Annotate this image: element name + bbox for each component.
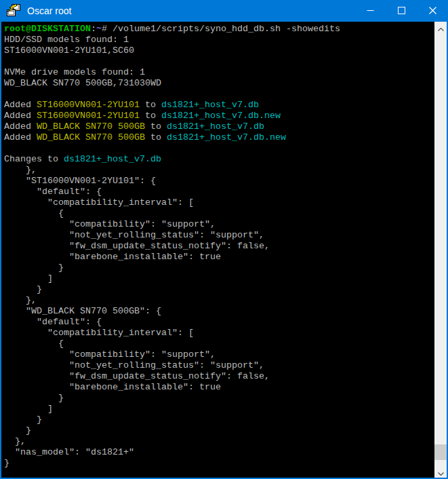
terminal-line: ] (4, 404, 434, 415)
terminal-line: ] (4, 273, 434, 284)
terminal-line: }, (4, 295, 434, 306)
terminal-line (4, 89, 434, 100)
terminal-line: "nas_model": "ds1821+" (4, 447, 434, 458)
terminal-line (4, 143, 434, 154)
terminal-line: } (4, 393, 434, 404)
terminal-line: "ST16000VN001-2YU101": { (4, 176, 434, 187)
scrollbar-thumb[interactable] (434, 444, 447, 460)
terminal-line: { (4, 208, 434, 219)
chevron-down-icon (438, 466, 444, 478)
minimize-icon (367, 5, 374, 17)
terminal-line: { (4, 339, 434, 349)
scroll-down-button[interactable] (434, 466, 447, 478)
terminal-line: "compatibility": "support", (4, 219, 434, 230)
terminal-line: "compatibility_interval": [ (4, 328, 434, 339)
terminal-line: "not_yet_rolling_status": "support", (4, 230, 434, 241)
minimize-button[interactable] (354, 0, 386, 22)
terminal-line: NVMe drive models found: 1 (4, 67, 434, 78)
putty-icon[interactable] (6, 3, 21, 18)
terminal-line: Added ST16000VN001-2YU101 to ds1821+_hos… (4, 111, 434, 121)
terminal-line: "barebone_installable": true (4, 382, 434, 393)
terminal-line: HDD/SSD models found: 1 (4, 35, 434, 45)
terminal-line: "default": { (4, 317, 434, 328)
chevron-up-icon (438, 22, 444, 34)
close-button[interactable] (417, 0, 448, 22)
terminal-line: }, (4, 165, 434, 176)
terminal-line: "barebone_installable": true (4, 252, 434, 263)
terminal-line: } (4, 263, 434, 273)
terminal-line: "default": { (4, 187, 434, 197)
maximize-button[interactable] (386, 0, 417, 22)
terminal-line: WD_BLACK SN770 500GB,731030WD (4, 78, 434, 89)
terminal-line: Added WD_BLACK SN770 500GB to ds1821+_ho… (4, 132, 434, 143)
terminal-line: Added ST16000VN001-2YU101 to ds1821+_hos… (4, 100, 434, 111)
terminal-line: }, (4, 436, 434, 447)
terminal-line: ST16000VN001-2YU101,SC60 (4, 45, 434, 56)
close-icon (429, 5, 436, 17)
scroll-up-button[interactable] (434, 22, 447, 33)
terminal-line: "not_yet_rolling_status": "support", (4, 360, 434, 371)
terminal-line: "fw_dsm_update_status_notify": false, (4, 241, 434, 252)
terminal-line: root@DISKSTATION:~# /volume1/scripts/syn… (4, 24, 434, 35)
terminal-line: } (4, 415, 434, 425)
terminal-line: } (4, 284, 434, 295)
terminal-viewport[interactable]: root@DISKSTATION:~# /volume1/scripts/syn… (1, 22, 434, 478)
terminal-line: } (4, 458, 434, 469)
terminal-line (4, 56, 434, 67)
window-title: Oscar root (27, 5, 71, 16)
terminal-line: Added WD_BLACK SN770 500GB to ds1821+_ho… (4, 121, 434, 132)
terminal-line: "compatibility_interval": [ (4, 197, 434, 208)
putty-window: Oscar root root@D (0, 0, 448, 479)
caption-buttons (354, 0, 448, 22)
terminal-line: "WD_BLACK SN770 500GB": { (4, 306, 434, 317)
title-bar[interactable]: Oscar root (0, 0, 448, 22)
terminal-line: "compatibility": "support", (4, 349, 434, 360)
scrollbar-track[interactable] (434, 22, 447, 478)
terminal-line: Changes to ds1821+_host_v7.db (4, 154, 434, 165)
terminal-line: } (4, 425, 434, 436)
maximize-icon (398, 5, 405, 17)
terminal-line: "fw_dsm_update_status_notify": false, (4, 371, 434, 382)
